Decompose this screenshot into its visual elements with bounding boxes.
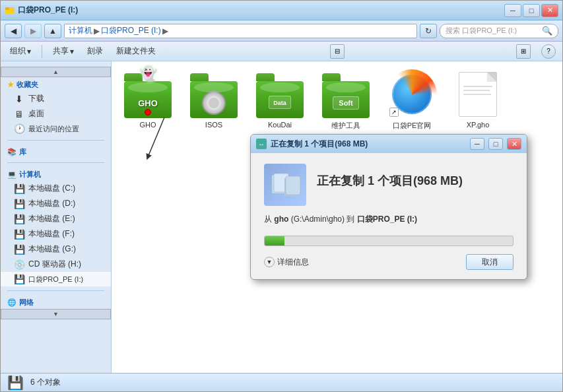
sidebar-item-download[interactable]: ⬇ 下载: [1, 91, 111, 106]
xpgho-file-label: XP.gho: [467, 121, 490, 129]
sidebar-drive-g-label: 本地磁盘 (G:): [28, 244, 76, 255]
drive-h-icon: 💿: [14, 259, 24, 270]
dialog-body: 正在复制 1 个项目(968 MB) 从 gho (G:\Admin\gho) …: [251, 153, 527, 279]
xpgho-icon-container: [457, 71, 499, 118]
address-bar: ◀ ▶ ▲ 计算机 ▶ 口袋PRO_PE (I:) ▶ ↻ 搜索 口袋PRO_P…: [1, 20, 562, 42]
iso-disc-icon: [202, 91, 226, 115]
gho-folder-label: GHO: [138, 98, 158, 108]
sidebar-favorites-header[interactable]: ★ 收藏夹: [1, 77, 111, 91]
recent-icon: 🕐: [14, 123, 24, 134]
burn-label: 刻录: [87, 46, 103, 57]
refresh-button[interactable]: ↻: [420, 24, 437, 38]
file-item-website[interactable]: ↗ 口袋PE官网: [382, 68, 442, 133]
file-item-koudai[interactable]: Data KouDai: [250, 68, 310, 133]
dialog-dest-bold: 口袋PRO_PE (I:): [357, 214, 417, 224]
sidebar-item-drive-c[interactable]: 💾 本地磁盘 (C:): [1, 181, 111, 196]
status-bar: 💾 6 个对象: [1, 373, 562, 391]
sidebar-item-drive-i[interactable]: 💾 口袋PRO_PE (I:): [1, 272, 111, 286]
organize-button[interactable]: 组织 ▾: [7, 44, 34, 58]
sidebar-item-recent[interactable]: 🕐 最近访问的位置: [1, 121, 111, 136]
cancel-button[interactable]: 取消: [466, 254, 513, 270]
view-button[interactable]: ⊟: [330, 44, 345, 59]
sidebar-item-drive-h[interactable]: 💿 CD 驱动器 (H:): [1, 257, 111, 272]
sidebar-drive-d-label: 本地磁盘 (D:): [28, 198, 75, 209]
view-large-button[interactable]: ⊞: [516, 44, 531, 59]
copy-dialog[interactable]: ↔ 正在复制 1 个项目(968 MB) ─ □ ✕: [250, 134, 527, 280]
up-button[interactable]: ▲: [44, 24, 61, 38]
sidebar-drive-f-label: 本地磁盘 (F:): [28, 228, 75, 240]
file-item-weihu[interactable]: Soft 维护工具: [316, 68, 376, 133]
gho-file-label: GHO: [139, 121, 156, 129]
drive-c-icon: 💾: [14, 183, 24, 194]
dialog-title-bar: ↔ 正在复制 1 个项目(968 MB) ─ □ ✕: [251, 135, 527, 153]
minimize-button[interactable]: ─: [504, 4, 521, 17]
new-folder-button[interactable]: 新建文件夹: [114, 44, 158, 58]
dialog-close-button[interactable]: ✕: [507, 138, 521, 150]
drive-g-icon: 💾: [14, 244, 24, 255]
dialog-main-content: 正在复制 1 个项目(968 MB): [317, 173, 463, 197]
sidebar-drive-h-label: CD 驱动器 (H:): [28, 259, 81, 270]
sidebar-drive-c-label: 本地磁盘 (C:): [28, 183, 75, 194]
firefox-icon-container: ↗: [388, 71, 436, 118]
library-icon: 📚: [7, 148, 17, 156]
koudai-file-label: KouDai: [268, 121, 292, 129]
dialog-source-bold: gho: [274, 214, 288, 224]
help-button[interactable]: ?: [541, 44, 556, 59]
weihu-file-label: 维护工具: [331, 121, 360, 131]
search-box[interactable]: 搜索 口袋PRO_PE (I:) 🔍: [440, 24, 558, 38]
sidebar-item-drive-d[interactable]: 💾 本地磁盘 (D:): [1, 196, 111, 211]
dialog-maximize-button[interactable]: □: [488, 138, 503, 150]
dialog-title-text: 正在复制 1 个项目(968 MB): [271, 139, 466, 150]
toolbar: 组织 ▾ 共享 ▾ 刻录 新建文件夹 ⊟ ⊞ ?: [1, 42, 562, 61]
organize-label: 组织: [10, 46, 26, 57]
gho-indicator: [145, 109, 151, 115]
title-bar: 口袋PRO_PE (I:) ─ □ ✕: [1, 1, 562, 20]
sidebar-library-header[interactable]: 📚 库: [1, 145, 111, 158]
dialog-main-text: 正在复制 1 个项目(968 MB): [317, 173, 463, 189]
sidebar-item-drive-f[interactable]: 💾 本地磁盘 (F:): [1, 226, 111, 242]
file-item-gho[interactable]: 👻 GHO GHO: [118, 68, 178, 133]
burn-button[interactable]: 刻录: [84, 44, 106, 58]
share-label: 共享: [53, 46, 69, 57]
sidebar-item-desktop[interactable]: 🖥 桌面: [1, 106, 111, 121]
address-path[interactable]: 计算机 ▶ 口袋PRO_PE (I:) ▶: [64, 24, 417, 38]
detail-toggle-button[interactable]: ▼ 详细信息: [264, 257, 309, 268]
sidebar-divider-3: [7, 290, 104, 291]
shortcut-arrow-icon: ↗: [389, 108, 399, 117]
favorites-label: 收藏夹: [17, 80, 38, 90]
close-button[interactable]: ✕: [541, 4, 558, 17]
sidebar-recent-label: 最近访问的位置: [28, 124, 79, 134]
network-label: 网络: [19, 298, 34, 308]
sidebar-scroll-down[interactable]: ▼: [1, 309, 111, 319]
drive-f-icon: 💾: [14, 229, 24, 240]
progress-bar-fill: [265, 236, 284, 245]
file-item-isos[interactable]: ISOS: [184, 68, 244, 133]
breadcrumb-drive[interactable]: 口袋PRO_PE (I:): [101, 25, 161, 36]
sidebar-scroll-up[interactable]: ▲: [1, 67, 111, 77]
dialog-minimize-button[interactable]: ─: [470, 138, 484, 150]
isos-folder-icon: [190, 71, 238, 118]
back-button[interactable]: ◀: [5, 24, 22, 38]
share-button[interactable]: 共享 ▾: [50, 44, 77, 58]
library-label: 库: [19, 147, 26, 157]
maximize-button[interactable]: □: [523, 4, 540, 17]
svg-rect-1: [5, 7, 9, 10]
download-icon: ⬇: [14, 94, 24, 104]
dialog-copy-illustration: [264, 164, 306, 206]
forward-button[interactable]: ▶: [24, 24, 42, 38]
sidebar-divider-2: [7, 162, 104, 163]
isos-file-label: ISOS: [205, 121, 222, 129]
sidebar-download-label: 下载: [28, 93, 44, 104]
weihu-sublabel: Soft: [339, 99, 352, 107]
toolbar-separator-1: [42, 45, 42, 58]
sidebar-item-drive-g[interactable]: 💾 本地磁盘 (G:): [1, 242, 111, 257]
sidebar-item-drive-e[interactable]: 💾 本地磁盘 (E:): [1, 211, 111, 226]
sidebar-computer-header[interactable]: 💻 计算机: [1, 167, 111, 181]
dialog-progress-area: [264, 236, 513, 246]
network-icon: 🌐: [7, 298, 17, 307]
status-drive-icon: 💾: [7, 375, 24, 391]
breadcrumb-computer[interactable]: 计算机: [69, 25, 92, 36]
koudai-folder-icon: Data: [256, 71, 304, 118]
sidebar-network-header[interactable]: 🌐 网络: [1, 295, 111, 309]
file-item-xpgho[interactable]: XP.gho: [448, 68, 508, 133]
